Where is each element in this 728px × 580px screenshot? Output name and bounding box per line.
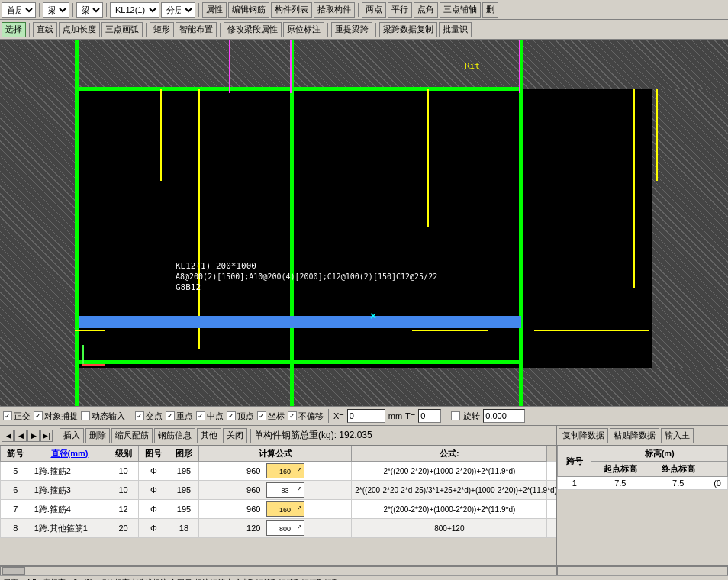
cell-formula: 2*((200-2*20-2*d-25)/3*1+25+2*d)+(1000-2… [352, 481, 547, 500]
ortho-item: ✓ 正交 [3, 411, 31, 422]
member-list-button[interactable]: 构件列表 [271, 2, 312, 18]
table-toolbar: |◀ ◀ ▶ ▶| 插入 删除 缩尺配筋 钢筋信息 其他 关闭 单构件钢筋总重(… [0, 426, 556, 446]
mid-point-checkbox[interactable]: ✓ [196, 411, 205, 420]
table-area: |◀ ◀ ▶ ▶| 插入 删除 缩尺配筋 钢筋信息 其他 关闭 单构件钢筋总重(… [0, 426, 557, 575]
parallel-button[interactable]: 平行 [388, 2, 412, 18]
paste-span-button[interactable]: 粘贴降数据 [610, 428, 659, 443]
canvas-area[interactable]: × KL12(1) 200*1000 A8@200(2)[1500];A10@2… [0, 40, 728, 406]
cell-fignum: 195 [169, 481, 199, 500]
heavy-point-checkbox[interactable]: ✓ [166, 411, 175, 420]
x-input[interactable] [347, 409, 385, 423]
beam-name-select[interactable]: 梁 [76, 2, 103, 18]
span-start: 7.5 [591, 477, 649, 490]
point-angle-button[interactable]: 点角 [414, 2, 438, 18]
magenta-v-2 [290, 40, 292, 93]
toolbar-separator-3 [106, 3, 107, 17]
edit-rebar-button[interactable]: 编辑钢筋 [228, 2, 269, 18]
point-length-button[interactable]: 点加长度 [59, 22, 100, 37]
x-label: X= [333, 411, 344, 420]
rotate-checkbox[interactable] [451, 411, 460, 420]
toolbar-separator-8 [220, 23, 221, 37]
delete-row-button[interactable]: 删除 [85, 428, 110, 443]
beam-type-select[interactable]: 梁 [43, 2, 69, 18]
three-arc-button[interactable]: 三点画弧 [101, 22, 143, 37]
three-axis-button[interactable]: 三点辅轴 [440, 2, 481, 18]
nav-prev[interactable]: ◀ [14, 430, 27, 442]
modify-span-button[interactable]: 修改梁段属性 [224, 22, 282, 37]
rect-button[interactable]: 矩形 [150, 22, 174, 37]
scale-rebar-button[interactable]: 缩尺配筋 [111, 428, 153, 443]
close-button[interactable]: 关闭 [223, 428, 247, 443]
smart-layout-button[interactable]: 智能布置 [176, 22, 217, 37]
layer-select[interactable]: 首层 [2, 2, 36, 18]
sep-tt2 [250, 429, 251, 443]
layer-num-select[interactable]: 分层1 [161, 2, 195, 18]
delete-button[interactable]: 删 [482, 2, 498, 18]
cell-name: 1跨.箍筋2 [31, 462, 108, 481]
yellow-v-2 [198, 89, 200, 349]
right-panel: 复制降数据 粘贴降数据 输入主 跨号 标高(m) 起点标高 终点标高 [557, 426, 728, 575]
th-fignum: 图号 [138, 446, 169, 462]
rebar-table-scroll[interactable]: 筋号 直径(mm) 级别 图号 图形 计算公式 公式: 5 1跨.箍筋2 10 … [0, 446, 556, 565]
rebar-info-button[interactable]: 钢筋信息 [154, 428, 195, 443]
right-scrollbar[interactable] [557, 565, 728, 575]
span-extra: (0 [707, 477, 728, 490]
cell-fignum: 18 [169, 519, 199, 538]
cell-shape: 120 800 ↗ [199, 519, 352, 538]
nav-next[interactable]: ▶ [27, 430, 40, 442]
cell-name: 1跨.箍筋4 [31, 500, 108, 519]
batch-button[interactable]: 批量识 [439, 22, 472, 37]
dynamic-input-checkbox[interactable] [81, 411, 90, 420]
cell-id: 5 [1, 462, 31, 481]
other-button[interactable]: 其他 [197, 428, 221, 443]
select-button[interactable]: 选择 [2, 22, 26, 37]
info-text-1: 层高：4.5 [3, 578, 37, 581]
two-point-button[interactable]: 两点 [362, 2, 386, 18]
beam-id-select[interactable]: KL12(1) [110, 2, 159, 18]
cell-formula: 2*((200-2*20)+(1000-2*20))+2*(11.9*d) [352, 500, 547, 519]
table-row: 7 1跨.箍筋4 12 Φ 195 960 160 ↗ 2*((200-2*20… [1, 500, 556, 519]
rotate-input[interactable] [483, 409, 525, 423]
copy-span-button[interactable]: 复制降数据 [559, 428, 608, 443]
ortho-label: 正交 [14, 411, 31, 422]
re-hoist-button[interactable]: 重提梁跨 [331, 22, 372, 37]
no-move-checkbox[interactable]: ✓ [288, 411, 297, 420]
coord-checkbox[interactable]: ✓ [257, 411, 266, 420]
pick-member-button[interactable]: 拾取构件 [314, 2, 355, 18]
green-col-3 [519, 40, 523, 406]
rebar-table: 筋号 直径(mm) 级别 图号 图形 计算公式 公式: 5 1跨.箍筋2 10 … [0, 446, 556, 538]
beam-label: KL12(1) 200*1000 [176, 261, 256, 271]
nav-last[interactable]: ▶| [40, 430, 53, 442]
snap-label: 对象捕捉 [44, 411, 78, 422]
statusbar: ✓ 正交 ✓ 对象捕捉 动态输入 ✓ 交点 ✓ 重点 ✓ 中点 ✓ 顶点 ✓ 坐… [0, 406, 728, 426]
property-button[interactable]: 属性 [202, 2, 227, 18]
coord-label: 坐标 [268, 411, 285, 422]
insert-button[interactable]: 插入 [60, 428, 84, 443]
span-data-button[interactable]: 梁跨数据复制 [379, 22, 437, 37]
cross-checkbox[interactable]: ✓ [135, 411, 144, 420]
span-end: 7.5 [649, 477, 707, 490]
snap-checkbox[interactable]: ✓ [34, 411, 43, 420]
right-table-area[interactable]: 跨号 标高(m) 起点标高 终点标高 1 7.5 7.5 (0 [557, 446, 728, 565]
yellow-v-5 [656, 89, 658, 181]
ortho-checkbox[interactable]: ✓ [3, 411, 12, 420]
original-mark-button[interactable]: 原位标注 [283, 22, 324, 37]
nav-first[interactable]: |◀ [2, 430, 14, 442]
hatch-right [652, 89, 728, 368]
nav-buttons: |◀ ◀ ▶ ▶| [2, 430, 53, 442]
beam-rebar2: G8B12 [176, 282, 201, 292]
t-input[interactable] [418, 409, 441, 423]
cell-grade: Φ [138, 519, 169, 538]
line-button[interactable]: 直线 [33, 22, 57, 37]
cell-grade: Φ [138, 500, 169, 519]
top-point-item: ✓ 顶点 [227, 411, 254, 422]
toolbar-2: 选择 直线 点加长度 三点画弧 矩形 智能布置 修改梁段属性 原位标注 重提梁跨… [0, 20, 728, 40]
span-th-1: 跨号 [558, 446, 591, 477]
th-shape: 图形 [169, 446, 199, 462]
toolbar-separator-9 [327, 23, 328, 37]
sep [130, 409, 130, 423]
input-main-button[interactable]: 输入主 [661, 428, 694, 443]
top-point-checkbox[interactable]: ✓ [227, 411, 236, 420]
h-scrollbar[interactable] [0, 565, 556, 575]
unit-label: mm [388, 411, 402, 420]
